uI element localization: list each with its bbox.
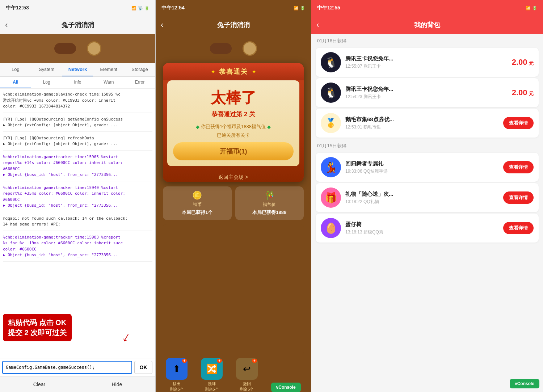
gem-icon-left: ◆ (196, 124, 199, 130)
tab-log[interactable]: Log (0, 63, 31, 76)
reward-title-6: 蛋仔椅 (345, 221, 499, 228)
console-input-bar: OK (0, 358, 155, 376)
game-oval-btn (54, 43, 76, 54)
reward-info-1: 腾讯王卡祝您兔年... 12:55:07 腾讯王卡 (345, 55, 508, 69)
result-header-text: 恭喜通关 (219, 67, 248, 76)
reward-card-3: 🥇 鹅毛市集68点券优... 12:53:01 鹅毛市集 查看详情 (316, 109, 539, 138)
status-time-1: 中午12:53 (6, 5, 29, 11)
score-card-luck: 🎋 福气值 本局已获得1888 (235, 186, 304, 220)
signal-icon: 📶 (131, 6, 136, 10)
detail-button-5[interactable]: 查看详情 (503, 191, 534, 204)
tab-network[interactable]: Network (62, 63, 93, 76)
reward-meta-4: 19:33:06 QQ炫舞手游 (345, 168, 499, 174)
plus-badge: + (182, 359, 187, 363)
shuffle-icon: 🔀 + (201, 358, 223, 380)
log-entry: mqqapi: not found such callback: 14 or t… (3, 216, 152, 231)
reward-title-2: 腾讯王卡祝您兔年... (345, 86, 508, 93)
filter-info[interactable]: Info (62, 77, 93, 88)
status-icons-1: 📶 📡 🔋 (131, 6, 150, 10)
reward-price-2: 2.00 元 (512, 88, 534, 97)
detail-button-6[interactable]: 查看详情 (503, 222, 534, 234)
detail-button-3[interactable]: 查看详情 (503, 117, 534, 129)
filter-warn[interactable]: Warn (93, 77, 124, 88)
page-title-3: 我的背包 (414, 21, 440, 29)
status-time-3: 中午12:55 (317, 5, 340, 11)
result-header: ✦ 恭喜通关 ✦ (163, 63, 304, 80)
undo-label: 撤回 剩余5个 (240, 381, 254, 392)
log-entry: [YR] [Log] [QQOutsourcing] getGameConfig… (3, 117, 152, 132)
log-entry: %chb:elimination-game:tracker time:15905… (3, 154, 152, 181)
status-icons-2: 📶 🔋 (294, 6, 305, 10)
result-modal: ✦ 恭喜通关 ✦ 太棒了 恭喜通过第 2 关 ◆ 你已获得1个福币及1888福气… (163, 63, 304, 182)
hide-button[interactable]: Hide (112, 382, 122, 387)
reward-title-3: 鹅毛市集68点券优... (345, 116, 499, 123)
score-card-coin: 🪙 福币 本局已获得1个 (163, 186, 232, 220)
filter-error[interactable]: Error (124, 77, 155, 88)
game-preview-1 (0, 34, 155, 63)
undo-icon: ↩ + (236, 358, 258, 380)
gem-icon-right: ◆ (267, 124, 271, 130)
back-button-1[interactable]: ‹ (5, 20, 8, 30)
reward-card-4: 💃 回归舞者专属礼 19:33:06 QQ炫舞手游 查看详情 (316, 153, 539, 182)
vconsole-button-2[interactable]: vConsole (271, 383, 301, 392)
result-main-text: 太棒了 (173, 88, 294, 108)
coin-value: 本局已获得1个 (166, 209, 229, 216)
ctrl-undo[interactable]: ↩ + 撤回 剩余5个 (236, 358, 258, 392)
reward-meta-3: 12:53:01 鹅毛市集 (345, 124, 499, 130)
log-entry: %chb:elimination-game:tracker time:15940… (3, 185, 152, 212)
reward-icon-4: 💃 (321, 157, 341, 177)
reward-meta-2: 12:54:23 腾讯王卡 (345, 94, 508, 100)
reward-icon-3: 🥇 (321, 113, 341, 133)
status-time-2: 中午12:54 (161, 5, 185, 11)
wifi-icon: 📡 (138, 6, 143, 10)
back-to-main-link[interactable]: 返回主会场 > (163, 170, 304, 182)
filter-tabs: All Log Info Warn Error (0, 77, 155, 89)
game-circle-2 (243, 41, 257, 56)
vconsole-button-3[interactable]: vConsole (510, 379, 539, 388)
signal-icon-2: 📶 (294, 6, 299, 10)
reward-card-2: 🐧 腾讯王卡祝您兔年... 12:54:23 腾讯王卡 2.00 元 (316, 78, 539, 107)
reward-card-5: 🎁 礼物「随心送」次... 13:18:22 QQ礼物 查看详情 (316, 183, 539, 212)
plus-badge-2: + (217, 359, 222, 363)
ctrl-shuffle[interactable]: 🔀 + 洗牌 剩余5个 (201, 358, 223, 392)
tab-storage[interactable]: Storage (124, 63, 155, 76)
reward-price-1: 2.00 元 (512, 58, 534, 67)
console-actions: Clear Hide (0, 376, 155, 392)
nav-bar-3: ‹ 我的背包 (311, 16, 543, 34)
open-fortune-button[interactable]: 开福币(1) (173, 142, 294, 160)
filter-all[interactable]: All (0, 77, 31, 88)
ok-button[interactable]: OK (134, 361, 152, 374)
clear-button[interactable]: Clear (33, 382, 45, 387)
panel-debug: 中午12:53 📶 📡 🔋 ‹ 兔子消消消 Log System Network… (0, 0, 156, 392)
game-circle-btn (87, 41, 101, 56)
reward-title-4: 回归舞者专属礼 (345, 160, 499, 167)
back-button-3[interactable]: ‹ (316, 20, 319, 30)
log-entry: %chb:elimination-game:tracker time:15983… (3, 235, 152, 262)
reward-info-4: 回归舞者专属礼 19:33:06 QQ炫舞手游 (345, 160, 499, 174)
luck-value: 本局已获得1888 (238, 209, 301, 216)
panel-game-result: 中午12:54 📶 🔋 ‹ 兔子消消消 ✦ 恭喜通关 ✦ 太棒了 恭喜通过第 2… (156, 0, 311, 392)
ctrl-move-out[interactable]: ⬆ + 移出 剩余5个 (166, 358, 188, 392)
reward-info-6: 蛋仔椅 13:18:13 超级QQ秀 (345, 221, 499, 235)
tab-element[interactable]: Element (93, 63, 124, 76)
nav-bar-2: ‹ 兔子消消消 (156, 16, 311, 34)
backpack-content: 01月16日获得 🐧 腾讯王卡祝您兔年... 12:55:07 腾讯王卡 2.0… (311, 34, 543, 392)
debug-tabs: Log System Network Element Storage (0, 63, 155, 77)
panel-backpack: 中午12:55 📶 🔋 ‹ 我的背包 01月16日获得 🐧 腾讯王卡祝您兔年..… (311, 0, 543, 392)
reward-meta-6: 13:18:13 超级QQ秀 (345, 229, 499, 235)
game-board-area (163, 224, 304, 355)
reward-icon-1: 🐧 (321, 52, 341, 72)
back-button-2[interactable]: ‹ (161, 20, 163, 30)
filter-log[interactable]: Log (31, 77, 62, 88)
coin-icon: 🪙 (166, 191, 229, 200)
status-bar-3: 中午12:55 📶 🔋 (311, 0, 543, 16)
console-input[interactable] (2, 361, 132, 374)
reward-icon-6: 🥚 (321, 218, 341, 238)
shuffle-label: 洗牌 剩余5个 (205, 381, 219, 392)
coin-type: 福币 (166, 202, 229, 208)
detail-button-4[interactable]: 查看详情 (503, 161, 534, 173)
star-left: ✦ (211, 68, 215, 75)
move-out-label: 移出 剩余5个 (170, 381, 184, 392)
log-entry: [YR] [Log] [QQOutsourcing] refreshData ▶… (3, 135, 152, 151)
tab-system[interactable]: System (31, 63, 62, 76)
